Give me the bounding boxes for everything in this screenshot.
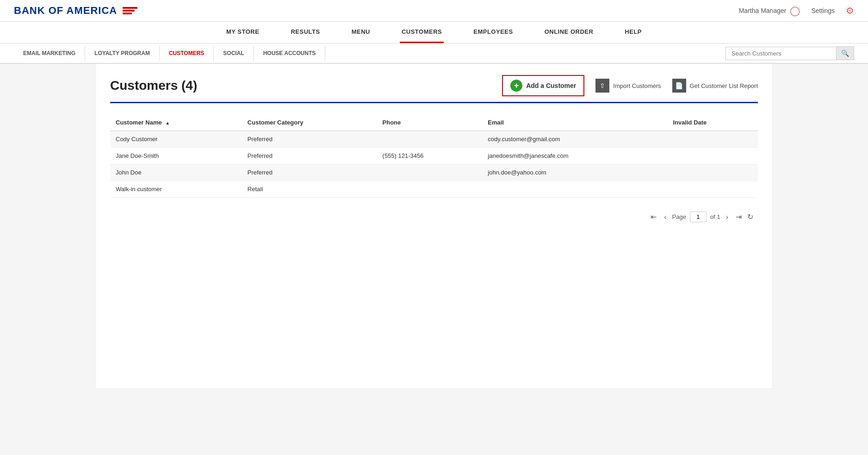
nav-item-customers[interactable]: CUSTOMERS	[400, 22, 444, 43]
sort-arrow-name: ▲	[165, 120, 170, 125]
page-label: Page	[672, 213, 686, 220]
section-divider	[110, 102, 758, 103]
top-header: BANK OF AMERICA Martha Manager ◯ Setting…	[0, 0, 868, 22]
main-nav: MY STORE RESULTS MENU CUSTOMERS EMPLOYEE…	[0, 22, 868, 44]
cell-category: Preferred	[242, 131, 377, 148]
table-row[interactable]: Walk-in customerRetail	[110, 181, 758, 198]
flag-stripe-3	[123, 12, 132, 14]
page-content: Customers (4) + Add a Customer ⇧ Import …	[96, 64, 772, 388]
page-number-input[interactable]	[690, 212, 707, 222]
flag-stripe-1	[123, 7, 137, 9]
logo-text: BANK OF AMERICA	[14, 5, 117, 17]
table-row[interactable]: Cody CustomerPreferredcody.customer@gmai…	[110, 131, 758, 148]
logo-area: BANK OF AMERICA	[14, 5, 137, 17]
cell-category: Retail	[242, 181, 377, 198]
get-report-button[interactable]: 📄 Get Customer List Report	[672, 79, 758, 93]
refresh-button[interactable]: ↻	[747, 212, 753, 221]
col-header-name[interactable]: Customer Name ▲	[110, 114, 242, 131]
flag-stripe-2	[123, 10, 135, 12]
action-buttons: + Add a Customer ⇧ Import Customers 📄 Ge…	[502, 75, 758, 96]
settings-link[interactable]: Settings	[811, 7, 835, 14]
nav-item-menu[interactable]: MENU	[350, 22, 372, 43]
add-customer-button[interactable]: + Add a Customer	[502, 75, 584, 96]
import-customers-button[interactable]: ⇧ Import Customers	[595, 79, 661, 93]
customer-table: Customer Name ▲ Customer Category Phone …	[110, 114, 758, 198]
pagination: ⇤ ‹ Page of 1 › ⇥ ↻	[110, 212, 758, 222]
cell-invalid_date	[667, 131, 758, 148]
cell-name: John Doe	[110, 164, 242, 181]
last-page-button[interactable]: ⇥	[734, 212, 744, 222]
sub-nav-customers[interactable]: CUSTOMERS	[160, 45, 214, 61]
nav-item-employees[interactable]: EMPLOYEES	[471, 22, 515, 43]
cell-name: Walk-in customer	[110, 181, 242, 198]
cell-email: cody.customer@gmail.com	[482, 131, 667, 148]
logo-flag	[123, 7, 137, 14]
table-row[interactable]: Jane Doe-SmithPreferred(555) 121-3456jan…	[110, 148, 758, 164]
cell-phone	[377, 181, 483, 198]
sub-nav: EMAIL MARKETING LOYALTY PROGRAM CUSTOMER…	[0, 44, 868, 64]
cell-invalid_date	[667, 181, 758, 198]
total-pages-label: of 1	[710, 213, 720, 220]
col-header-invalid-date: Invalid Date	[667, 114, 758, 131]
nav-item-help[interactable]: HELP	[623, 22, 644, 43]
cell-phone	[377, 131, 483, 148]
cell-category: Preferred	[242, 148, 377, 164]
cell-email	[482, 181, 667, 198]
gear-icon[interactable]: ⚙	[846, 5, 854, 16]
sub-nav-social[interactable]: SOCIAL	[214, 45, 254, 61]
cell-invalid_date	[667, 164, 758, 181]
cell-email: janedoesmith@janescafe.com	[482, 148, 667, 164]
search-input[interactable]	[725, 47, 837, 60]
sub-nav-loyalty-program[interactable]: LOYALTY PROGRAM	[85, 45, 160, 61]
nav-item-online-order[interactable]: ONLINE ORDER	[543, 22, 595, 43]
col-header-phone: Phone	[377, 114, 483, 131]
user-area: Martha Manager ◯	[739, 5, 800, 16]
user-icon: ◯	[790, 5, 800, 16]
col-header-email: Email	[482, 114, 667, 131]
nav-item-my-store[interactable]: MY STORE	[224, 22, 261, 43]
sub-nav-house-accounts[interactable]: HOUSE ACCOUNTS	[254, 45, 326, 61]
cell-invalid_date	[667, 148, 758, 164]
report-icon: 📄	[672, 79, 686, 93]
cell-name: Jane Doe-Smith	[110, 148, 242, 164]
page-title: Customers (4)	[110, 78, 197, 93]
next-page-button[interactable]: ›	[724, 212, 730, 222]
search-button[interactable]: 🔍	[837, 46, 854, 60]
nav-item-results[interactable]: RESULTS	[289, 22, 322, 43]
top-right: Martha Manager ◯ Settings ⚙	[739, 5, 854, 16]
search-area: 🔍	[725, 44, 854, 63]
cell-phone	[377, 164, 483, 181]
import-label: Import Customers	[613, 82, 661, 89]
cell-category: Preferred	[242, 164, 377, 181]
table-row[interactable]: John DoePreferredjohn.doe@yahoo.com	[110, 164, 758, 181]
first-page-button[interactable]: ⇤	[649, 212, 658, 222]
page-header: Customers (4) + Add a Customer ⇧ Import …	[110, 75, 758, 96]
sub-nav-email-marketing[interactable]: EMAIL MARKETING	[14, 45, 85, 61]
prev-page-button[interactable]: ‹	[662, 212, 668, 222]
cell-phone: (555) 121-3456	[377, 148, 483, 164]
report-label: Get Customer List Report	[690, 82, 758, 89]
col-header-category: Customer Category	[242, 114, 377, 131]
add-icon: +	[510, 80, 522, 92]
user-name: Martha Manager	[739, 7, 787, 14]
add-customer-label: Add a Customer	[526, 82, 576, 89]
cell-email: john.doe@yahoo.com	[482, 164, 667, 181]
cell-name: Cody Customer	[110, 131, 242, 148]
table-header-row: Customer Name ▲ Customer Category Phone …	[110, 114, 758, 131]
import-icon: ⇧	[595, 79, 609, 93]
